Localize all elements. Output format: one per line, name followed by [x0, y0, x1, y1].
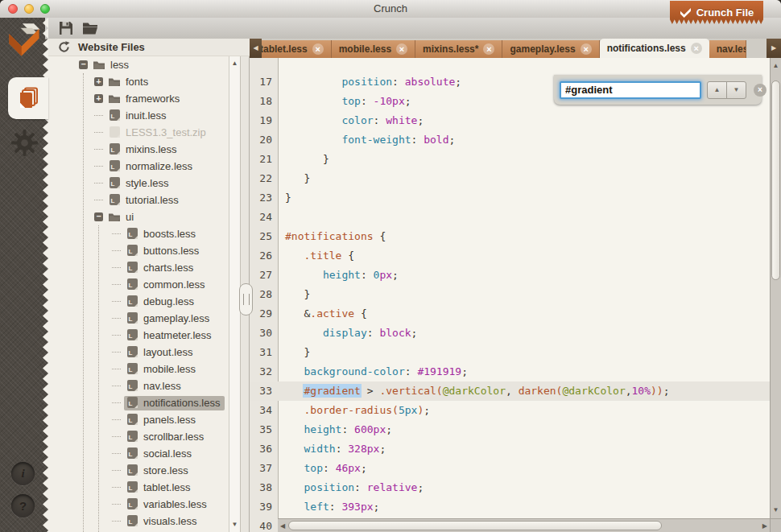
tree-item-layout.less[interactable]: Llayout.less — [48, 344, 229, 361]
tree-item-fonts[interactable]: +fonts — [48, 73, 229, 90]
tree-item-normalize.less[interactable]: Lnormalize.less — [48, 158, 229, 175]
tree-item-label: scrollbar.less — [143, 431, 204, 443]
tab-list: tablet.less×mobile.less×mixins.less*×gam… — [262, 39, 767, 58]
tree-item-less[interactable]: −less — [48, 56, 229, 73]
scroll-down-icon[interactable]: ▼ — [771, 507, 781, 513]
tree-item-common.less[interactable]: Lcommon.less — [48, 276, 229, 293]
crunch-logo-icon[interactable] — [5, 23, 43, 60]
code-text: position: absolute; — [279, 72, 461, 92]
close-icon[interactable]: × — [581, 43, 592, 55]
tree-item-boosts.less[interactable]: Lboosts.less — [48, 225, 229, 242]
tree-scrollbar[interactable]: ▲ ▼ — [229, 56, 240, 532]
code-lines: 17 position: absolute;18 top: -10px;19 c… — [250, 58, 770, 532]
close-icon[interactable]: × — [312, 43, 324, 55]
save-icon[interactable] — [58, 21, 74, 35]
less-file-icon: L — [126, 414, 138, 426]
code-editor[interactable]: 17 position: absolute;18 top: -10px;19 c… — [250, 58, 781, 532]
splitter-handle[interactable] — [239, 283, 253, 315]
tree-item-label: heatmeter.less — [143, 329, 212, 341]
info-button[interactable]: i — [11, 462, 35, 485]
code-line-38: 38 position: relative; — [250, 478, 770, 497]
tree-item-label: less — [110, 59, 129, 71]
line-number: 35 — [250, 420, 279, 439]
tree-item-notifications.less[interactable]: Lnotifications.less — [48, 394, 229, 411]
close-icon[interactable]: × — [483, 43, 494, 55]
tree-item-charts.less[interactable]: Lcharts.less — [48, 259, 229, 276]
close-icon[interactable]: × — [396, 43, 407, 55]
app-window: Crunch — [0, 0, 781, 532]
find-previous-button[interactable]: ▲ — [707, 81, 727, 99]
horizontal-scroll-thumb[interactable] — [288, 521, 662, 530]
help-button[interactable]: ? — [11, 494, 35, 518]
tree-item-mixins.less[interactable]: Lmixins.less — [48, 141, 229, 158]
tab-label: nav.less* — [717, 43, 746, 55]
tree-item-store.less[interactable]: Lstore.less — [48, 462, 229, 479]
code-text: &.active { — [279, 304, 367, 324]
collapse-icon[interactable]: − — [94, 212, 103, 221]
code-text: display: block; — [279, 324, 417, 343]
tree-item-heatmeter.less[interactable]: Lheatmeter.less — [48, 327, 229, 344]
tab-mixins.less[interactable]: mixins.less*× — [415, 40, 502, 58]
line-number: 26 — [250, 246, 279, 266]
tree-item-label: tablet.less — [143, 481, 191, 493]
tree-item-gameplay.less[interactable]: Lgameplay.less — [48, 310, 229, 327]
expand-icon[interactable]: + — [94, 94, 103, 103]
close-icon[interactable]: × — [691, 43, 702, 54]
gear-icon[interactable] — [10, 129, 39, 157]
line-number: 29 — [250, 304, 279, 324]
collapse-icon[interactable]: − — [79, 60, 88, 69]
tree-item-ui[interactable]: −ui — [48, 208, 229, 225]
tab-mobile.less[interactable]: mobile.less× — [332, 40, 415, 58]
less-file-icon: L — [108, 177, 121, 189]
tree-item-tutorial.less[interactable]: Ltutorial.less — [48, 192, 229, 208]
line-number: 37 — [250, 459, 279, 478]
tab-label: mixins.less* — [423, 43, 478, 55]
tree-item-panels.less[interactable]: Lpanels.less — [48, 411, 229, 428]
tree-item-LESS1.3_test.zip[interactable]: LESS1.3_test.zip — [48, 124, 229, 141]
tab-nav.less[interactable]: nav.less* — [709, 40, 746, 58]
tab-gameplay.less[interactable]: gameplay.less× — [502, 40, 599, 58]
tab-tablet.less[interactable]: tablet.less× — [262, 40, 332, 58]
open-folder-icon[interactable] — [82, 21, 98, 35]
vertical-scroll-thumb[interactable] — [771, 80, 780, 280]
tree-item-debug.less[interactable]: Ldebug.less — [48, 293, 229, 310]
tree-item-label: tutorial.less — [126, 194, 179, 206]
search-input[interactable] — [560, 81, 701, 99]
vertical-scrollbar[interactable]: ▲ ▼ — [770, 58, 781, 518]
tree-item-nav.less[interactable]: Lnav.less — [48, 377, 229, 394]
code-text: .border-radius(5px); — [279, 401, 430, 420]
tree-item-inuit.less[interactable]: Linuit.less — [48, 107, 229, 124]
expand-icon[interactable]: + — [94, 77, 103, 86]
tree-item-tablet.less[interactable]: Ltablet.less — [48, 479, 229, 496]
tab-notifications.less[interactable]: notifications.less× — [600, 39, 709, 58]
horizontal-scrollbar[interactable]: ◀ ▶ — [278, 518, 770, 532]
tree-item-buttons.less[interactable]: Lbuttons.less — [48, 242, 229, 259]
scroll-up-icon[interactable]: ▲ — [771, 63, 781, 69]
tree-item-visuals.less[interactable]: Lvisuals.less — [48, 513, 229, 530]
tree-item-style.less[interactable]: Lstyle.less — [48, 175, 229, 192]
tree-guide-stub — [112, 521, 121, 522]
tree-item-frameworks[interactable]: +frameworks — [48, 90, 229, 107]
tree-item-label: ui — [126, 211, 134, 223]
close-search-button[interactable]: × — [754, 84, 767, 97]
tree-item-social.less[interactable]: Lsocial.less — [48, 445, 229, 462]
refresh-icon[interactable] — [58, 41, 70, 53]
tree-item-mobile.less[interactable]: Lmobile.less — [48, 361, 229, 377]
less-file-icon: L — [126, 245, 138, 257]
tree-item-label: LESS1.3_test.zip — [126, 126, 206, 138]
find-next-button[interactable]: ▼ — [726, 81, 746, 99]
tab-scroll-left-button[interactable]: ◀ — [250, 39, 262, 58]
title-bar: Crunch — [0, 0, 781, 19]
code-text: } — [279, 150, 329, 169]
tree-guide-stub — [112, 487, 121, 488]
less-file-icon: L — [126, 515, 138, 527]
tab-scroll-right-button[interactable]: ▶ — [767, 39, 781, 58]
scroll-down-icon[interactable]: ▼ — [229, 522, 240, 528]
nav-item-files[interactable] — [8, 77, 48, 119]
scroll-right-icon[interactable]: ▶ — [762, 522, 767, 530]
scroll-up-icon[interactable]: ▲ — [229, 60, 240, 67]
tree-item-variables.less[interactable]: Lvariables.less — [48, 496, 229, 513]
tree-item-scrollbar.less[interactable]: Lscrollbar.less — [48, 428, 229, 445]
tree-guide-stub — [112, 436, 121, 437]
scroll-left-icon[interactable]: ◀ — [280, 522, 285, 530]
